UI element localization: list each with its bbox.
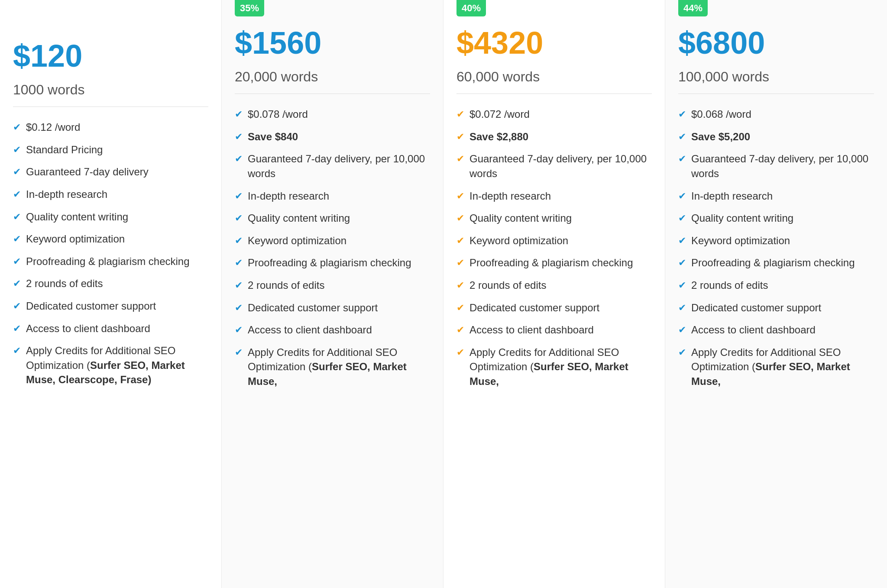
feature-item: ✔ Save $2,880 bbox=[456, 129, 652, 144]
feature-item: ✔ Apply Credits for Additional SEO Optim… bbox=[235, 345, 430, 389]
check-icon: ✔ bbox=[13, 210, 21, 224]
check-icon: ✔ bbox=[456, 108, 464, 121]
feature-item: ✔ Keyword optimization bbox=[456, 233, 652, 248]
feature-item: ✔ $0.072 /word bbox=[456, 107, 652, 122]
check-icon: ✔ bbox=[235, 130, 243, 144]
feature-text: $0.068 /word bbox=[691, 107, 751, 122]
feature-text: Access to client dashboard bbox=[26, 321, 150, 336]
feature-item: ✔ Dedicated customer support bbox=[456, 300, 652, 315]
feature-text: Dedicated customer support bbox=[26, 299, 156, 313]
feature-text: Apply Credits for Additional SEO Optimiz… bbox=[26, 343, 208, 387]
check-icon: ✔ bbox=[678, 234, 686, 248]
feature-item: ✔ Quality content writing bbox=[456, 211, 652, 226]
feature-text-bold: Save $840 bbox=[248, 129, 298, 144]
feature-item: ✔ Dedicated customer support bbox=[13, 299, 208, 313]
check-icon: ✔ bbox=[678, 212, 686, 225]
feature-text: 2 rounds of edits bbox=[248, 278, 324, 293]
plan-column-2: 35%$156020,000 words ✔ $0.078 /word ✔ Sa… bbox=[222, 0, 444, 588]
feature-item: ✔ $0.12 /word bbox=[13, 120, 208, 135]
feature-item: ✔ Save $840 bbox=[235, 129, 430, 144]
check-icon: ✔ bbox=[235, 212, 243, 225]
check-icon: ✔ bbox=[235, 256, 243, 270]
feature-item: ✔ Quality content writing bbox=[678, 211, 874, 226]
check-icon: ✔ bbox=[456, 256, 464, 270]
feature-item: ✔ 2 rounds of edits bbox=[13, 276, 208, 291]
plan-words: 60,000 words bbox=[456, 69, 652, 94]
features-list: ✔ $0.078 /word ✔ Save $840 ✔ Guaranteed … bbox=[235, 107, 430, 388]
feature-text: Guaranteed 7-day delivery, per 10,000 wo… bbox=[469, 152, 652, 181]
check-icon: ✔ bbox=[235, 346, 243, 359]
check-icon: ✔ bbox=[13, 188, 21, 201]
check-icon: ✔ bbox=[678, 108, 686, 121]
plan-price: $4320 bbox=[456, 26, 652, 60]
feature-item: ✔ Proofreading & plagiarism checking bbox=[235, 255, 430, 270]
check-icon: ✔ bbox=[235, 279, 243, 292]
feature-item: ✔ Dedicated customer support bbox=[678, 300, 874, 315]
feature-item: ✔ $0.068 /word bbox=[678, 107, 874, 122]
feature-text: Quality content writing bbox=[469, 211, 572, 226]
feature-item: ✔ In-depth research bbox=[456, 189, 652, 204]
check-icon: ✔ bbox=[678, 190, 686, 203]
feature-item: ✔ Keyword optimization bbox=[235, 233, 430, 248]
plan-words: 20,000 words bbox=[235, 69, 430, 94]
feature-item: ✔ 2 rounds of edits bbox=[456, 278, 652, 293]
feature-text: Quality content writing bbox=[248, 211, 350, 226]
feature-text: Dedicated customer support bbox=[691, 300, 821, 315]
check-icon: ✔ bbox=[456, 234, 464, 248]
check-icon: ✔ bbox=[456, 323, 464, 337]
feature-item: ✔ Apply Credits for Additional SEO Optim… bbox=[678, 345, 874, 389]
feature-item: ✔ Access to client dashboard bbox=[235, 323, 430, 337]
feature-text: 2 rounds of edits bbox=[26, 276, 103, 291]
feature-item: ✔ Keyword optimization bbox=[678, 233, 874, 248]
feature-item: ✔ Dedicated customer support bbox=[235, 300, 430, 315]
discount-badge: 44% bbox=[678, 0, 708, 16]
feature-item: ✔ Quality content writing bbox=[235, 211, 430, 226]
feature-text: Apply Credits for Additional SEO Optimiz… bbox=[691, 345, 874, 389]
plan-price: $6800 bbox=[678, 26, 874, 60]
feature-text: Quality content writing bbox=[691, 211, 793, 226]
check-icon: ✔ bbox=[13, 300, 21, 313]
check-icon: ✔ bbox=[13, 233, 21, 246]
check-icon: ✔ bbox=[678, 152, 686, 166]
check-icon: ✔ bbox=[235, 234, 243, 248]
plan-column-4: 44%$6800100,000 words ✔ $0.068 /word ✔ S… bbox=[665, 0, 887, 588]
check-icon: ✔ bbox=[13, 165, 21, 179]
check-icon: ✔ bbox=[678, 323, 686, 337]
check-icon: ✔ bbox=[456, 190, 464, 203]
feature-text: Access to client dashboard bbox=[248, 323, 372, 337]
check-icon: ✔ bbox=[456, 301, 464, 315]
feature-text: Proofreading & plagiarism checking bbox=[26, 254, 190, 269]
feature-text: Dedicated customer support bbox=[469, 300, 599, 315]
feature-text: Apply Credits for Additional SEO Optimiz… bbox=[248, 345, 430, 389]
check-icon: ✔ bbox=[456, 279, 464, 292]
check-icon: ✔ bbox=[235, 152, 243, 166]
check-icon: ✔ bbox=[678, 301, 686, 315]
feature-item: ✔ Guaranteed 7-day delivery bbox=[13, 165, 208, 179]
plan-words: 1000 words bbox=[13, 82, 208, 107]
check-icon: ✔ bbox=[235, 323, 243, 337]
feature-text: Keyword optimization bbox=[26, 232, 125, 246]
feature-text: Keyword optimization bbox=[248, 233, 346, 248]
feature-text: In-depth research bbox=[248, 189, 329, 204]
check-icon: ✔ bbox=[678, 346, 686, 359]
feature-item: ✔ Proofreading & plagiarism checking bbox=[13, 254, 208, 269]
check-icon: ✔ bbox=[13, 344, 21, 358]
feature-text: Keyword optimization bbox=[691, 233, 790, 248]
feature-text-bold: Save $2,880 bbox=[469, 129, 528, 144]
check-icon: ✔ bbox=[235, 190, 243, 203]
feature-item: ✔ Quality content writing bbox=[13, 210, 208, 224]
feature-text: 2 rounds of edits bbox=[469, 278, 546, 293]
feature-text: Apply Credits for Additional SEO Optimiz… bbox=[469, 345, 652, 389]
feature-item: ✔ Access to client dashboard bbox=[678, 323, 874, 337]
plan-words: 100,000 words bbox=[678, 69, 874, 94]
feature-text: Guaranteed 7-day delivery, per 10,000 wo… bbox=[248, 152, 430, 181]
feature-text: Quality content writing bbox=[26, 210, 128, 224]
check-icon: ✔ bbox=[13, 121, 21, 134]
plan-price: $120 bbox=[13, 39, 208, 73]
check-icon: ✔ bbox=[678, 130, 686, 144]
feature-item: ✔ 2 rounds of edits bbox=[235, 278, 430, 293]
feature-item: ✔ Proofreading & plagiarism checking bbox=[678, 255, 874, 270]
feature-item: ✔ $0.078 /word bbox=[235, 107, 430, 122]
feature-text: Guaranteed 7-day delivery, per 10,000 wo… bbox=[691, 152, 874, 181]
features-list: ✔ $0.12 /word ✔ Standard Pricing ✔ Guara… bbox=[13, 120, 208, 387]
